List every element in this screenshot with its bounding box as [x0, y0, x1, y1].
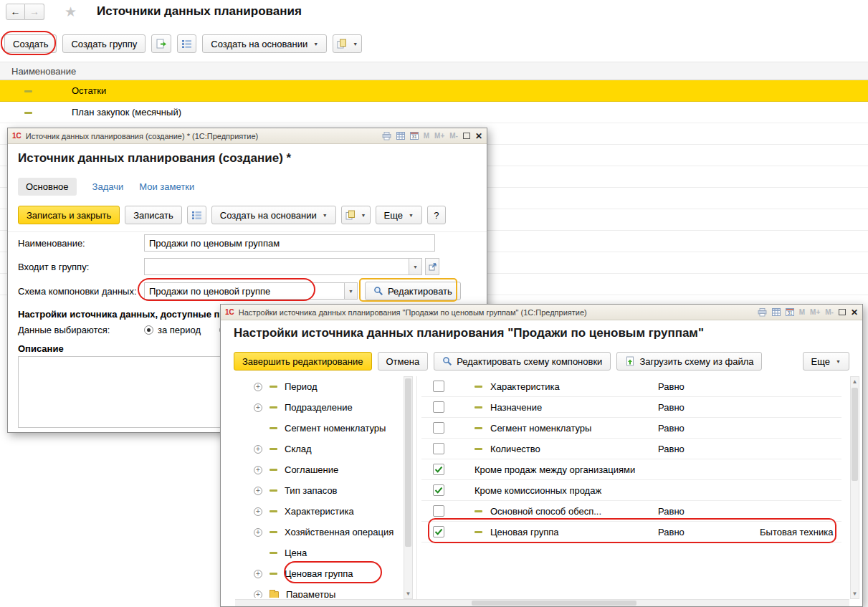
filter-row[interactable]: Кроме продаж между организациями	[421, 459, 841, 480]
group-input[interactable]	[144, 258, 409, 275]
checkbox[interactable]	[433, 505, 444, 517]
memory-m-button[interactable]: M	[799, 308, 805, 316]
save-button[interactable]: Записать	[125, 206, 182, 224]
checkbox[interactable]	[433, 401, 444, 413]
scrollbar-thumb[interactable]	[405, 378, 411, 547]
reports-dropdown-button[interactable]: ▼	[341, 206, 371, 224]
print-icon[interactable]	[382, 132, 391, 140]
expand-icon[interactable]: +	[254, 445, 262, 454]
dialog1-titlebar[interactable]: 1С Источник данных планирования (создани…	[8, 128, 487, 144]
filter-row[interactable]: Ценовая группа Равно Бытовая техника	[421, 522, 841, 543]
cancel-button[interactable]: Отмена	[378, 352, 429, 371]
memory-mplus-button[interactable]: M+	[810, 308, 820, 316]
expand-icon[interactable]: +	[254, 591, 262, 598]
filter-row[interactable]: Кроме комиссионных продаж	[421, 480, 841, 501]
schema-input[interactable]	[144, 282, 345, 300]
checkbox[interactable]	[433, 464, 444, 475]
close-button[interactable]: ✕	[851, 307, 858, 317]
print-icon[interactable]	[758, 308, 767, 317]
tree-item[interactable]: + Сегмент номенклатуры	[235, 418, 401, 439]
radio-period[interactable]	[144, 325, 153, 335]
maximize-button[interactable]	[463, 133, 470, 139]
scrollbar-thumb[interactable]	[472, 601, 636, 606]
name-input[interactable]	[144, 234, 435, 252]
tree-scrollbar[interactable]: ▼	[404, 376, 413, 599]
horizontal-scrollbar[interactable]	[235, 599, 849, 606]
filter-row[interactable]: Основной способ обесп... Равно	[421, 501, 841, 522]
expand-icon[interactable]: +	[254, 507, 262, 516]
checkbox[interactable]	[433, 484, 444, 496]
scroll-down-arrow[interactable]: ▼	[851, 589, 859, 598]
export-list-button[interactable]	[151, 34, 171, 53]
save-and-close-button[interactable]: Записать и закрыть	[18, 206, 120, 224]
filter-row[interactable]: Сегмент номенклатуры Равно	[421, 418, 841, 439]
dialog2-titlebar[interactable]: 1С Настройки источника данных планирован…	[221, 305, 862, 320]
tree-item[interactable]: + Период	[235, 376, 401, 397]
checkbox[interactable]	[433, 381, 444, 392]
edit-schema-button[interactable]: Редактировать	[365, 282, 461, 300]
schema-dropdown-button[interactable]: ▼	[345, 282, 358, 300]
edit-composition-schema-button[interactable]: Редактировать схему компоновки	[434, 352, 611, 371]
load-schema-button[interactable]: Загрузить схему из файла	[616, 352, 762, 371]
tab-notes[interactable]: Мои заметки	[139, 181, 194, 192]
expand-icon[interactable]: +	[254, 487, 262, 495]
reports-dropdown-button[interactable]: ▼	[333, 34, 362, 53]
scrollbar-thumb[interactable]	[852, 388, 858, 481]
expand-icon[interactable]: +	[254, 383, 262, 391]
scroll-down-arrow[interactable]: ▼	[404, 589, 412, 598]
item-dash-icon	[270, 406, 277, 408]
filter-row[interactable]: Назначение Равно	[421, 397, 841, 418]
memory-mplus-button[interactable]: M+	[434, 132, 444, 140]
tree-item[interactable]: + Параметры	[235, 584, 401, 598]
group-dropdown-button[interactable]: ▼	[409, 258, 422, 275]
memory-mminus-button[interactable]: M-	[449, 132, 458, 140]
list-item[interactable]: План закупок (месячный)	[0, 102, 868, 123]
forward-button[interactable]: →	[25, 4, 44, 20]
more-button[interactable]: Еще▼	[376, 206, 422, 224]
tab-tasks[interactable]: Задачи	[92, 181, 124, 192]
tree-item[interactable]: + Тип запасов	[235, 480, 401, 501]
create-based-on-button[interactable]: Создать на основании▼	[202, 34, 327, 53]
tab-main[interactable]: Основное	[18, 178, 77, 196]
tree-item[interactable]: + Соглашение	[235, 459, 401, 480]
create-button[interactable]: Создать	[4, 34, 57, 53]
back-button[interactable]: ←	[6, 4, 25, 20]
calendar-icon[interactable]: 31	[786, 308, 794, 316]
expand-icon[interactable]: +	[254, 466, 262, 474]
table-icon[interactable]	[772, 308, 781, 316]
set-period-button[interactable]	[177, 34, 196, 53]
tree-item[interactable]: + Цена	[235, 543, 401, 563]
help-button[interactable]: ?	[427, 206, 446, 224]
list-item[interactable]: Остатки	[0, 80, 868, 102]
scroll-up-arrow[interactable]: ▲	[851, 377, 859, 386]
tree-item[interactable]: + Ценовая группа	[235, 563, 401, 584]
checkbox[interactable]	[433, 526, 444, 537]
finish-editing-button[interactable]: Завершить редактирование	[234, 352, 372, 371]
checkbox[interactable]	[433, 422, 444, 434]
memory-m-button[interactable]: M	[424, 132, 429, 140]
filters-scrollbar[interactable]: ▲ ▼	[850, 376, 859, 599]
tree-item[interactable]: + Склад	[235, 439, 401, 459]
expand-icon[interactable]: +	[254, 528, 262, 537]
group-open-button[interactable]	[425, 258, 439, 275]
tree-item[interactable]: + Характеристика	[235, 501, 401, 522]
expand-icon[interactable]: +	[254, 570, 262, 578]
expand-icon[interactable]: +	[254, 403, 262, 412]
checkbox[interactable]	[433, 443, 444, 454]
filter-row[interactable]: Количество Равно	[421, 439, 841, 459]
tree-item[interactable]: + Хозяйственная операция	[235, 522, 401, 543]
close-button[interactable]: ✕	[475, 131, 482, 141]
tree-item[interactable]: + Подразделение	[235, 397, 401, 418]
favorite-star-icon[interactable]: ★	[65, 4, 77, 20]
memory-mminus-button[interactable]: M-	[825, 308, 834, 316]
set-period-button[interactable]	[187, 206, 206, 224]
table-icon[interactable]	[396, 132, 405, 140]
panel-splitter[interactable]	[416, 376, 417, 599]
create-based-on-button[interactable]: Создать на основании▼	[211, 206, 336, 224]
create-group-button[interactable]: Создать группу	[62, 34, 146, 53]
calendar-icon[interactable]: 31	[410, 132, 419, 140]
maximize-button[interactable]	[839, 309, 846, 315]
filter-row[interactable]: Характеристика Равно	[421, 376, 841, 397]
list-column-header[interactable]: Наименование	[0, 62, 868, 80]
more-button[interactable]: Еще▼	[803, 352, 849, 371]
